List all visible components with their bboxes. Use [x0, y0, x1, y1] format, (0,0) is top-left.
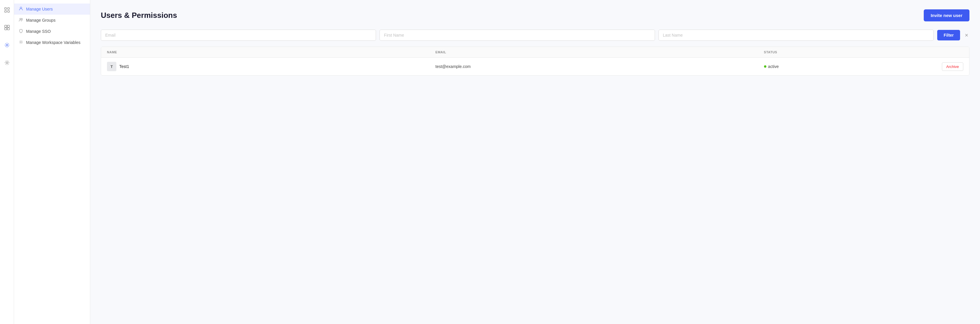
svg-point-10	[20, 7, 22, 9]
column-status: STATUS	[764, 50, 928, 54]
status-dot-active	[764, 65, 766, 68]
svg-point-12	[21, 18, 22, 20]
nav-sidebar: Manage Users Manage Groups Manage SSO	[14, 0, 90, 324]
clear-filter-button[interactable]: ×	[964, 31, 969, 39]
svg-point-8	[6, 44, 8, 46]
filter-button[interactable]: Filter	[937, 30, 960, 40]
svg-point-13	[21, 41, 22, 43]
table-header: NAME EMAIL STATUS	[101, 47, 969, 58]
email-input[interactable]	[101, 30, 376, 41]
sidebar-item-manage-sso[interactable]: Manage SSO	[14, 26, 90, 37]
page-title: Users & Permissions	[101, 11, 177, 20]
main-content: Users & Permissions Invite new user Filt…	[90, 0, 980, 324]
sidebar-item-label: Manage Users	[26, 7, 53, 11]
sidebar-item-label: Manage Workspace Variables	[26, 40, 80, 45]
shield-icon	[19, 29, 23, 34]
avatar: T	[107, 62, 116, 71]
column-actions	[928, 50, 963, 54]
first-name-input[interactable]	[380, 30, 655, 41]
svg-rect-5	[7, 25, 10, 27]
svg-rect-6	[5, 28, 7, 30]
user-name-cell: T Test1	[107, 62, 436, 71]
status-cell: active	[764, 64, 928, 69]
settings-icon[interactable]	[2, 40, 12, 50]
status-text: active	[768, 64, 779, 69]
svg-rect-4	[5, 25, 7, 27]
svg-rect-3	[8, 11, 10, 12]
sidebar-item-label: Manage SSO	[26, 29, 51, 34]
archive-button[interactable]: Archive	[942, 62, 963, 71]
last-name-input[interactable]	[659, 30, 934, 41]
action-cell: Archive	[928, 62, 963, 71]
sidebar-item-label: Manage Groups	[26, 18, 56, 22]
group-icon	[19, 17, 23, 23]
sidebar-item-manage-users[interactable]: Manage Users	[14, 3, 90, 15]
user-name: Test1	[119, 64, 129, 69]
column-email: EMAIL	[436, 50, 764, 54]
svg-rect-1	[8, 8, 10, 10]
variable-icon	[19, 40, 23, 45]
users-table: NAME EMAIL STATUS T Test1 test@example.c…	[101, 46, 969, 76]
svg-rect-2	[5, 11, 6, 12]
page-header: Users & Permissions Invite new user	[101, 10, 969, 21]
svg-rect-0	[5, 8, 6, 10]
apps-icon[interactable]	[2, 5, 12, 15]
sidebar-item-manage-groups[interactable]: Manage Groups	[14, 15, 90, 26]
preferences-icon[interactable]	[2, 57, 12, 68]
sidebar-item-manage-workspace-variables[interactable]: Manage Workspace Variables	[14, 37, 90, 48]
svg-point-9	[6, 62, 8, 64]
user-email: test@example.com	[436, 64, 764, 69]
dashboard-icon[interactable]	[2, 22, 12, 33]
filter-row: Filter ×	[101, 30, 969, 41]
invite-new-user-button[interactable]: Invite new user	[924, 10, 969, 21]
svg-rect-7	[7, 28, 10, 30]
svg-point-14	[19, 40, 22, 43]
icon-sidebar	[0, 0, 14, 324]
column-name: NAME	[107, 50, 436, 54]
table-row: T Test1 test@example.com active Archive	[101, 58, 969, 75]
user-icon	[19, 6, 23, 12]
